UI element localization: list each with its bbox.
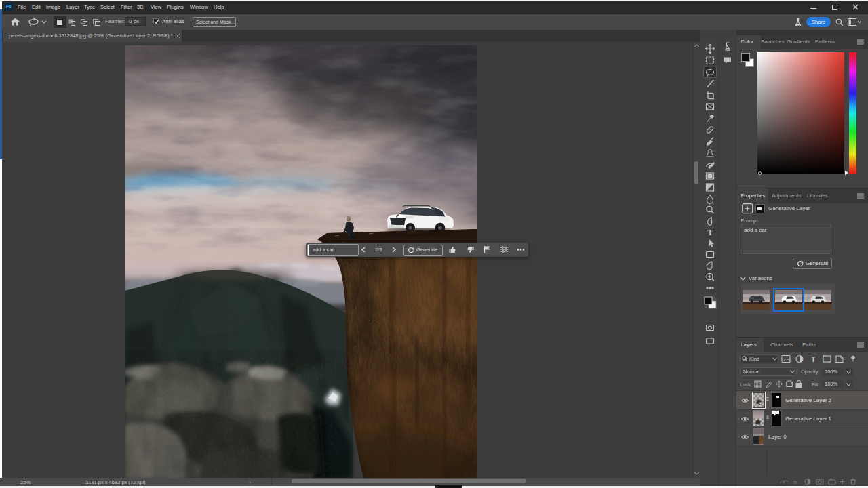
- svg-text:fx: fx: [793, 479, 798, 485]
- svg-text:T: T: [707, 227, 713, 237]
- svg-text:T: T: [811, 355, 816, 363]
